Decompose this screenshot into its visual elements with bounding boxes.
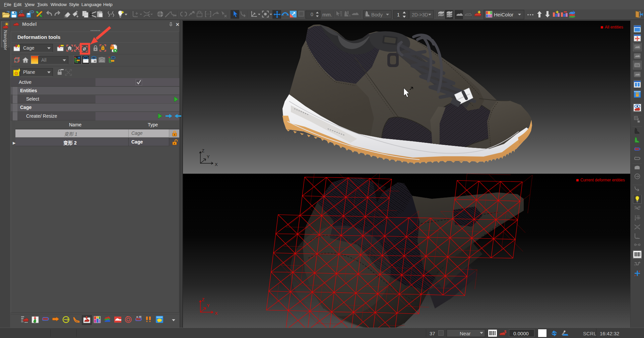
svg-text:HeiColor: HeiColor [494, 12, 513, 17]
svg-text:1: 1 [397, 12, 400, 17]
svg-text:$: $ [504, 330, 506, 334]
svg-text:mm.: mm. [322, 12, 332, 17]
svg-text:0: 0 [311, 12, 313, 17]
svg-text:Body: Body [371, 12, 383, 17]
svg-text:2D->3D: 2D->3D [412, 12, 428, 17]
